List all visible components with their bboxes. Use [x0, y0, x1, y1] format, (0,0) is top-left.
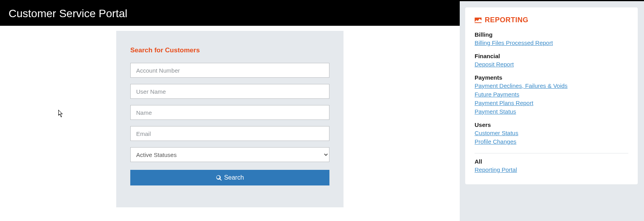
report-link-profile-changes[interactable]: Profile Changes [475, 137, 516, 146]
search-icon [216, 175, 222, 181]
search-button-label: Search [224, 174, 244, 181]
area-chart-icon [475, 18, 482, 23]
account-number-input[interactable] [130, 63, 329, 78]
report-link-billing-files[interactable]: Billing Files Processed Report [475, 39, 553, 47]
main-area: Customer Service Portal [0, 1, 460, 26]
cursor-icon [58, 110, 64, 118]
search-title: Search for Customers [130, 46, 329, 54]
reporting-title: REPORTING [485, 16, 529, 24]
report-group-title: All [475, 158, 628, 165]
report-group-title: Billing [475, 31, 628, 38]
name-input[interactable] [130, 105, 329, 120]
report-link-reporting-portal[interactable]: Reporting Portal [475, 166, 517, 174]
page-title: Customer Service Portal [9, 7, 127, 20]
status-select[interactable]: Active Statuses [130, 147, 329, 162]
report-group-title: Payments [475, 74, 628, 81]
report-group-title: Users [475, 121, 628, 128]
header-bar: Customer Service Portal [0, 1, 460, 26]
report-group-title: Financial [475, 53, 628, 59]
report-link-future-payments[interactable]: Future Payments [475, 90, 519, 99]
reporting-card: REPORTING Billing Billing Files Processe… [465, 7, 638, 184]
search-button[interactable]: Search [130, 170, 329, 185]
divider [475, 153, 628, 153]
report-link-payment-declines[interactable]: Payment Declines, Failures & Voids [475, 82, 568, 90]
report-link-payment-status[interactable]: Payment Status [475, 107, 516, 116]
search-card: Search for Customers Active Statuses Sea… [116, 31, 344, 207]
report-link-deposit[interactable]: Deposit Report [475, 60, 514, 69]
right-column: REPORTING Billing Billing Files Processe… [460, 1, 644, 221]
report-link-payment-plans[interactable]: Payment Plans Report [475, 99, 533, 107]
report-link-customer-status[interactable]: Customer Status [475, 129, 518, 137]
reporting-title-row: REPORTING [475, 16, 628, 24]
email-input[interactable] [130, 126, 329, 141]
user-name-input[interactable] [130, 84, 329, 99]
